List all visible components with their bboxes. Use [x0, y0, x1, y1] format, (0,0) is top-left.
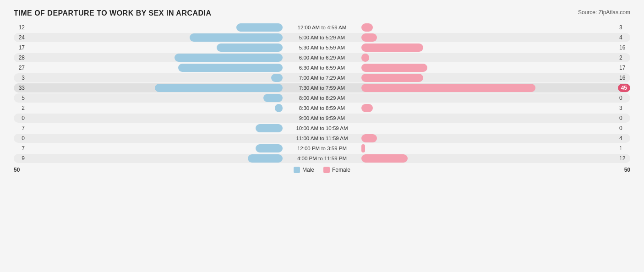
chart-body: 12 12:00 AM to 4:59 AM 3 24 5:00 AM to 5… [14, 23, 630, 163]
bar-row: 2 8:30 AM to 8:59 AM 3 [14, 103, 630, 113]
male-value: 9 [14, 155, 25, 162]
male-value: 17 [14, 44, 25, 51]
bar-row: 7 12:00 PM to 3:59 PM 1 [14, 144, 630, 153]
female-value: 16 [619, 75, 630, 81]
male-bar-wrap [27, 124, 283, 132]
left-section: 9 [14, 154, 285, 163]
left-section: 17 [14, 44, 285, 52]
axis-left-label: 50 [14, 167, 20, 173]
male-value: 5 [14, 95, 25, 101]
female-bar-wrap [361, 94, 617, 102]
right-section: 0 [359, 124, 630, 132]
time-label: 12:00 PM to 3:59 PM [285, 146, 359, 151]
bar-row: 0 9:00 AM to 9:59 AM 0 [14, 114, 630, 123]
female-value: 16 [619, 44, 630, 51]
right-section: 16 [359, 74, 630, 82]
female-value: 17 [619, 65, 630, 71]
male-bar-wrap [27, 94, 283, 102]
female-bar-wrap [361, 23, 617, 32]
female-bar [361, 54, 369, 62]
male-value: 7 [14, 125, 25, 131]
bar-row: 12 12:00 AM to 4:59 AM 3 [14, 23, 630, 32]
male-bar-wrap [27, 84, 283, 92]
bar-row: 7 10:00 AM to 10:59 AM 0 [14, 124, 630, 133]
male-bar [271, 74, 283, 82]
bar-row: 0 11:00 AM to 11:59 AM 4 [14, 134, 630, 143]
time-label: 7:00 AM to 7:29 AM [285, 75, 359, 81]
female-value: 2 [619, 54, 630, 61]
time-label: 6:00 AM to 6:29 AM [285, 55, 359, 60]
time-label: 5:00 AM to 5:29 AM [285, 35, 359, 40]
male-value: 0 [14, 115, 25, 121]
left-section: 24 [14, 33, 285, 42]
legend-female: Female [323, 167, 350, 173]
left-section: 0 [14, 114, 285, 122]
male-bar [256, 144, 283, 152]
time-label: 8:00 AM to 8:29 AM [285, 95, 359, 101]
male-value: 2 [14, 105, 25, 111]
female-bar-wrap [361, 84, 615, 92]
female-bar [361, 104, 373, 112]
chart-source: Source: ZipAtlas.com [578, 9, 630, 16]
male-bar [175, 54, 283, 62]
right-section: 1 [359, 144, 630, 152]
bar-row: 33 7:30 AM to 7:59 AM 45 [14, 83, 630, 92]
chart-footer: 50 Male Female 50 [14, 167, 630, 173]
male-swatch [294, 167, 300, 173]
female-bar-wrap [361, 33, 617, 42]
male-value: 28 [14, 54, 25, 61]
female-bar [361, 23, 373, 32]
female-bar [361, 44, 423, 52]
male-value: 33 [14, 85, 25, 91]
right-section: 3 [359, 23, 630, 32]
time-label: 9:00 AM to 9:59 AM [285, 115, 359, 121]
left-section: 0 [14, 134, 285, 142]
female-bar [361, 84, 535, 92]
right-section: 0 [359, 114, 630, 122]
chart-header: TIME OF DEPARTURE TO WORK BY SEX IN ARCA… [14, 9, 630, 17]
female-bar [361, 33, 377, 42]
female-value: 3 [619, 105, 630, 111]
male-value: 27 [14, 65, 25, 71]
left-section: 3 [14, 74, 285, 82]
female-bar-wrap [361, 124, 617, 132]
male-value: 0 [14, 135, 25, 141]
female-value: 0 [619, 115, 630, 121]
male-bar-wrap [27, 64, 283, 72]
legend-male: Male [294, 167, 314, 173]
right-section: 3 [359, 104, 630, 112]
female-label: Female [332, 167, 350, 173]
female-bar [361, 134, 377, 142]
female-value: 0 [619, 125, 630, 131]
bar-row: 27 6:30 AM to 6:59 AM 17 [14, 63, 630, 72]
male-bar [217, 44, 283, 52]
left-section: 2 [14, 104, 285, 112]
time-label: 5:30 AM to 5:59 AM [285, 45, 359, 50]
time-label: 12:00 AM to 4:59 AM [285, 25, 359, 30]
female-value: 0 [619, 95, 630, 101]
male-bar-wrap [27, 154, 283, 163]
female-bar-wrap [361, 104, 617, 112]
left-section: 7 [14, 144, 285, 152]
male-bar [178, 64, 283, 72]
male-bar-wrap [27, 144, 283, 152]
time-label: 6:30 AM to 6:59 AM [285, 65, 359, 71]
male-bar [275, 104, 283, 112]
right-section: 0 [359, 94, 630, 102]
female-value: 3 [619, 24, 630, 31]
male-value: 3 [14, 75, 25, 81]
male-label: Male [302, 167, 314, 173]
male-bar [236, 23, 283, 32]
male-bar [190, 33, 283, 42]
right-section: 45 [359, 84, 630, 92]
female-value: 4 [619, 34, 630, 41]
female-bar-wrap [361, 64, 617, 72]
right-section: 2 [359, 54, 630, 62]
time-label: 8:30 AM to 8:59 AM [285, 105, 359, 111]
male-bar [263, 94, 283, 102]
bar-row: 9 4:00 PM to 11:59 PM 12 [14, 154, 630, 163]
female-bar-wrap [361, 154, 617, 163]
time-label: 11:00 AM to 11:59 AM [285, 136, 359, 141]
male-value: 12 [14, 24, 25, 31]
right-section: 16 [359, 44, 630, 52]
